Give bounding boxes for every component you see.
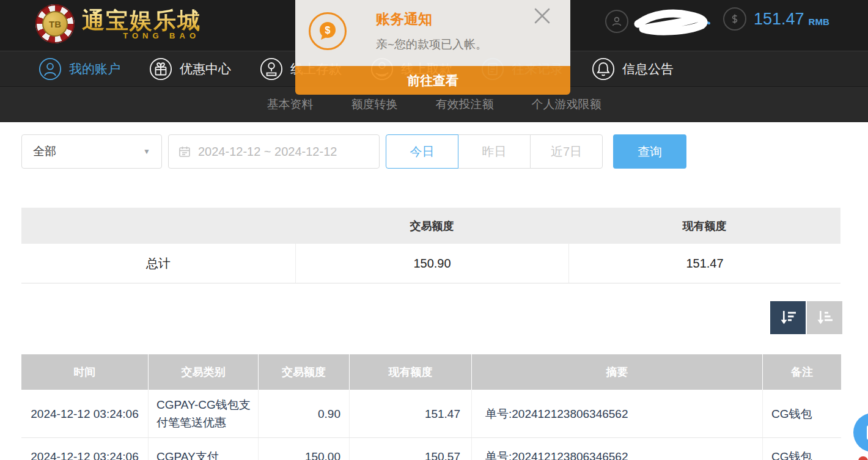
summary-transaction-total: 150.90: [295, 244, 568, 283]
balance-amount: 151.47: [754, 10, 804, 29]
notification-title: 账务通知: [376, 10, 432, 29]
gift-icon: [149, 57, 172, 81]
transactions-header-row: 时间 交易类别 交易额度 现有额度 摘要 备注: [21, 354, 841, 390]
go-view-button[interactable]: 前往查看: [295, 66, 570, 95]
site-logo[interactable]: TB 通宝娱乐城 TONG BAO: [35, 4, 201, 43]
cell-note: CG钱包: [763, 390, 841, 437]
cell-time: 2024-12-12 03:24:06: [21, 390, 149, 437]
table-row: 2024-12-12 03:24:06 CGPAY支付 150.00 150.5…: [21, 438, 841, 460]
summary-table: 交易额度 现有额度 总计 150.90 151.47: [21, 208, 840, 283]
cell-summary: 单号:202412123806346562: [472, 438, 763, 460]
cell-amount: 0.90: [259, 390, 350, 437]
money-message-icon: $: [309, 12, 347, 50]
subnav-credit-transfer[interactable]: 额度转换: [351, 97, 398, 112]
yesterday-button[interactable]: 昨日: [458, 134, 531, 169]
notification-body: $ 账务通知 亲~您的款项已入帐。: [295, 0, 570, 66]
cell-time: 2024-12-12 03:24:06: [21, 438, 149, 460]
service-doc-icon: [864, 423, 868, 442]
nav-item-promotions[interactable]: 优惠中心: [149, 57, 231, 81]
bell-icon: [592, 57, 615, 81]
deposit-icon: [260, 57, 283, 81]
subnav-game-limits[interactable]: 个人游戏限额: [532, 97, 601, 112]
col-header-type: 交易类别: [149, 354, 259, 390]
sort-ascending-icon: [815, 308, 834, 327]
cell-note: CG钱包: [763, 438, 841, 460]
summary-header-row: 交易额度 现有额度: [21, 208, 840, 244]
user-account[interactable]: [605, 7, 714, 35]
summary-total-label: 总计: [21, 244, 295, 283]
user-avatar-icon: [605, 10, 628, 33]
sort-descending-icon: [778, 308, 798, 327]
logo-subtitle: TONG BAO: [82, 31, 201, 40]
nav-item-my-account[interactable]: 我的账户: [39, 57, 120, 81]
transactions-table: 时间 交易类别 交易额度 现有额度 摘要 备注 2024-12-12 03:24…: [21, 354, 841, 460]
dollar-icon: [723, 7, 746, 31]
summary-header-empty: [21, 208, 295, 244]
col-header-time: 时间: [21, 354, 149, 390]
last7days-button[interactable]: 近7日: [530, 134, 603, 169]
today-button[interactable]: 今日: [386, 134, 458, 169]
logo-title: 通宝娱乐城: [82, 8, 201, 34]
summary-header-transaction: 交易额度: [295, 208, 568, 244]
subnav-basic-info[interactable]: 基本资料: [267, 97, 314, 112]
type-select-value: 全部: [33, 144, 56, 159]
cell-balance: 151.47: [350, 390, 472, 437]
sort-ascending-button[interactable]: [807, 301, 842, 334]
nav-item-announcements[interactable]: 信息公告: [592, 57, 674, 81]
cell-type: CGPAY-CG钱包支付笔笔送优惠: [149, 390, 259, 437]
cell-type: CGPAY支付: [149, 438, 259, 460]
date-range-value: 2024-12-12 ~ 2024-12-12: [198, 145, 337, 159]
type-select[interactable]: 全部 ▼: [21, 134, 162, 169]
sort-descending-button[interactable]: [770, 301, 806, 334]
summary-header-current: 现有额度: [568, 208, 840, 244]
subnav-valid-bets[interactable]: 有效投注额: [436, 97, 494, 112]
col-header-summary: 摘要: [472, 354, 763, 390]
chevron-down-icon: ▼: [143, 147, 150, 156]
cell-amount: 150.00: [259, 438, 350, 460]
close-icon[interactable]: [531, 5, 553, 29]
chip-badge: TB: [42, 11, 68, 37]
balance-currency: RMB: [809, 12, 829, 27]
user-icon: [39, 57, 62, 81]
quick-date-buttons: 今日 昨日 近7日: [386, 134, 603, 169]
col-header-note: 备注: [763, 354, 841, 390]
username-redacted: [633, 7, 714, 35]
poker-chip-icon: TB: [35, 4, 75, 43]
cell-summary: 单号:202412123806346562: [472, 390, 763, 437]
search-button[interactable]: 查询: [613, 134, 686, 169]
summary-current-total: 151.47: [568, 244, 840, 283]
col-header-amount: 交易额度: [259, 354, 350, 390]
svg-text:$: $: [325, 25, 331, 35]
date-range-input[interactable]: 2024-12-12 ~ 2024-12-12: [168, 134, 380, 169]
summary-total-row: 总计 150.90 151.47: [21, 244, 840, 283]
table-row: 2024-12-12 03:24:06 CGPAY-CG钱包支付笔笔送优惠 0.…: [21, 390, 841, 438]
cell-balance: 150.57: [350, 438, 472, 460]
notification-message: 亲~您的款项已入帐。: [376, 37, 487, 53]
balance-display[interactable]: 151.47 RMB: [723, 7, 829, 31]
col-header-balance: 现有额度: [350, 354, 472, 390]
logo-text: 通宝娱乐城 TONG BAO: [82, 8, 201, 40]
calendar-icon: [178, 145, 191, 158]
account-notification-popup: $ 账务通知 亲~您的款项已入帐。 前往查看: [295, 0, 570, 95]
